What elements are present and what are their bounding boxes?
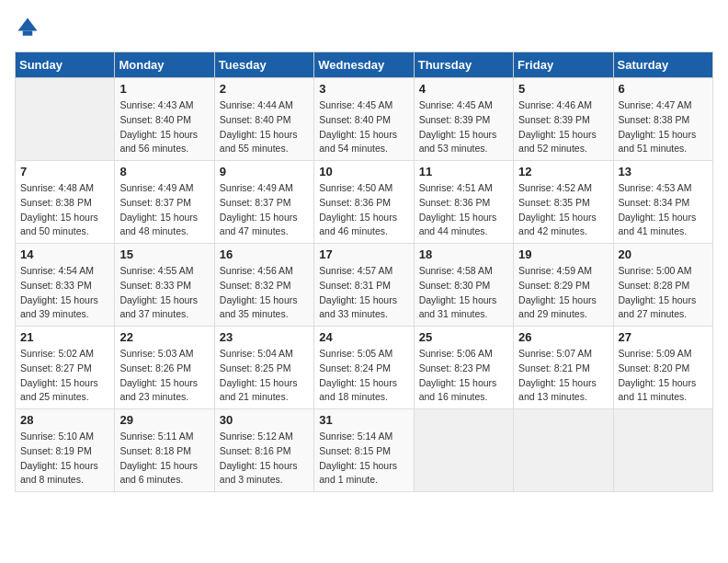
day-number: 11 [419,165,508,178]
day-info: Sunrise: 4:45 AMSunset: 8:40 PMDaylight:… [319,98,408,156]
day-number: 28 [20,413,109,427]
day-info: Sunrise: 4:43 AMSunset: 8:40 PMDaylight:… [119,98,209,156]
weekday-header-sunday: Sunday [16,52,115,78]
day-number: 1 [119,82,209,96]
day-number: 23 [220,330,309,344]
day-number: 12 [518,165,608,178]
day-number: 5 [518,82,608,96]
calendar-cell: 11Sunrise: 4:51 AMSunset: 8:36 PMDayligh… [414,161,513,244]
day-info: Sunrise: 4:57 AMSunset: 8:31 PMDaylight:… [319,264,408,322]
day-info: Sunrise: 4:55 AMSunset: 8:33 PMDaylight:… [119,264,209,322]
day-info: Sunrise: 4:52 AMSunset: 8:35 PMDaylight:… [518,181,608,239]
calendar-cell: 10Sunrise: 4:50 AMSunset: 8:36 PMDayligh… [314,161,414,244]
calendar-cell: 25Sunrise: 5:06 AMSunset: 8:23 PMDayligh… [414,327,513,409]
day-number: 27 [619,330,708,344]
calendar-cell: 8Sunrise: 4:49 AMSunset: 8:37 PMDaylight… [115,161,214,244]
day-number: 31 [319,413,408,427]
day-info: Sunrise: 4:46 AMSunset: 8:39 PMDaylight:… [518,98,608,156]
day-info: Sunrise: 4:59 AMSunset: 8:29 PMDaylight:… [518,264,608,322]
weekday-header-friday: Friday [514,52,613,78]
day-number: 22 [119,330,209,344]
calendar-cell: 9Sunrise: 4:49 AMSunset: 8:37 PMDaylight… [214,161,313,244]
calendar-cell: 6Sunrise: 4:47 AMSunset: 8:38 PMDaylight… [613,78,712,161]
day-info: Sunrise: 4:44 AMSunset: 8:40 PMDaylight:… [220,98,309,156]
svg-rect-1 [23,31,33,36]
calendar-cell: 31Sunrise: 5:14 AMSunset: 8:15 PMDayligh… [314,409,414,492]
weekday-header-wednesday: Wednesday [314,52,414,78]
calendar-cell: 17Sunrise: 4:57 AMSunset: 8:31 PMDayligh… [314,244,414,327]
day-number: 8 [119,165,209,178]
day-number: 16 [220,247,309,261]
calendar-cell: 13Sunrise: 4:53 AMSunset: 8:34 PMDayligh… [613,161,712,244]
calendar-cell: 29Sunrise: 5:11 AMSunset: 8:18 PMDayligh… [115,409,214,492]
day-info: Sunrise: 4:48 AMSunset: 8:38 PMDaylight:… [20,181,109,239]
day-number: 26 [518,330,608,344]
day-number: 30 [220,413,309,427]
weekday-header-monday: Monday [115,52,214,78]
day-info: Sunrise: 5:05 AMSunset: 8:24 PMDaylight:… [319,347,408,405]
day-number: 9 [220,165,309,178]
day-info: Sunrise: 4:58 AMSunset: 8:30 PMDaylight:… [419,264,508,322]
day-info: Sunrise: 5:04 AMSunset: 8:25 PMDaylight:… [220,347,309,405]
calendar-cell: 18Sunrise: 4:58 AMSunset: 8:30 PMDayligh… [414,244,513,327]
week-row-5: 28Sunrise: 5:10 AMSunset: 8:19 PMDayligh… [16,409,713,492]
calendar-cell: 1Sunrise: 4:43 AMSunset: 8:40 PMDaylight… [115,78,214,161]
day-number: 15 [119,247,209,261]
day-number: 6 [619,82,708,96]
calendar-cell: 19Sunrise: 4:59 AMSunset: 8:29 PMDayligh… [514,244,613,327]
calendar-cell: 12Sunrise: 4:52 AMSunset: 8:35 PMDayligh… [514,161,613,244]
day-info: Sunrise: 4:54 AMSunset: 8:33 PMDaylight:… [20,264,109,322]
day-info: Sunrise: 5:12 AMSunset: 8:16 PMDaylight:… [220,430,309,488]
day-info: Sunrise: 4:45 AMSunset: 8:39 PMDaylight:… [419,98,508,156]
day-number: 17 [319,247,408,261]
calendar-cell: 27Sunrise: 5:09 AMSunset: 8:20 PMDayligh… [613,327,712,409]
calendar-cell: 14Sunrise: 4:54 AMSunset: 8:33 PMDayligh… [16,244,115,327]
day-info: Sunrise: 4:49 AMSunset: 8:37 PMDaylight:… [220,181,309,239]
calendar-cell: 7Sunrise: 4:48 AMSunset: 8:38 PMDaylight… [16,161,115,244]
calendar-cell: 16Sunrise: 4:56 AMSunset: 8:32 PMDayligh… [214,244,313,327]
calendar-cell: 15Sunrise: 4:55 AMSunset: 8:33 PMDayligh… [115,244,214,327]
day-number: 4 [419,82,508,96]
weekday-header-saturday: Saturday [613,52,712,78]
day-info: Sunrise: 5:06 AMSunset: 8:23 PMDaylight:… [419,347,508,405]
calendar-cell: 3Sunrise: 4:45 AMSunset: 8:40 PMDaylight… [314,78,414,161]
calendar-cell [613,409,712,492]
weekday-header-row: SundayMondayTuesdayWednesdayThursdayFrid… [16,52,713,78]
day-info: Sunrise: 5:11 AMSunset: 8:18 PMDaylight:… [119,430,209,488]
day-number: 29 [119,413,209,427]
day-info: Sunrise: 4:53 AMSunset: 8:34 PMDaylight:… [619,181,708,239]
day-number: 24 [319,330,408,344]
calendar-cell: 21Sunrise: 5:02 AMSunset: 8:27 PMDayligh… [16,327,115,409]
day-info: Sunrise: 5:14 AMSunset: 8:15 PMDaylight:… [319,430,408,488]
day-number: 10 [319,165,408,178]
day-info: Sunrise: 4:47 AMSunset: 8:38 PMDaylight:… [619,98,708,156]
svg-marker-0 [18,18,38,31]
logo [15,15,44,40]
day-number: 19 [518,247,608,261]
day-info: Sunrise: 5:10 AMSunset: 8:19 PMDaylight:… [20,430,109,488]
day-info: Sunrise: 5:07 AMSunset: 8:21 PMDaylight:… [518,347,608,405]
calendar-cell: 4Sunrise: 4:45 AMSunset: 8:39 PMDaylight… [414,78,513,161]
calendar-cell [16,78,115,161]
calendar-cell: 26Sunrise: 5:07 AMSunset: 8:21 PMDayligh… [514,327,613,409]
day-info: Sunrise: 4:50 AMSunset: 8:36 PMDaylight:… [319,181,408,239]
day-info: Sunrise: 5:00 AMSunset: 8:28 PMDaylight:… [619,264,708,322]
calendar-table: SundayMondayTuesdayWednesdayThursdayFrid… [15,52,713,492]
day-info: Sunrise: 4:49 AMSunset: 8:37 PMDaylight:… [119,181,209,239]
week-row-3: 14Sunrise: 4:54 AMSunset: 8:33 PMDayligh… [16,244,713,327]
day-number: 3 [319,82,408,96]
calendar-cell: 24Sunrise: 5:05 AMSunset: 8:24 PMDayligh… [314,327,414,409]
day-number: 2 [220,82,309,96]
weekday-header-thursday: Thursday [414,52,513,78]
week-row-4: 21Sunrise: 5:02 AMSunset: 8:27 PMDayligh… [16,327,713,409]
week-row-2: 7Sunrise: 4:48 AMSunset: 8:38 PMDaylight… [16,161,713,244]
calendar-cell [414,409,513,492]
calendar-cell: 23Sunrise: 5:04 AMSunset: 8:25 PMDayligh… [214,327,313,409]
weekday-header-tuesday: Tuesday [214,52,313,78]
page-header [15,15,713,40]
day-number: 7 [20,165,109,178]
day-info: Sunrise: 4:56 AMSunset: 8:32 PMDaylight:… [220,264,309,322]
day-info: Sunrise: 5:03 AMSunset: 8:26 PMDaylight:… [119,347,209,405]
week-row-1: 1Sunrise: 4:43 AMSunset: 8:40 PMDaylight… [16,78,713,161]
calendar-cell: 22Sunrise: 5:03 AMSunset: 8:26 PMDayligh… [115,327,214,409]
